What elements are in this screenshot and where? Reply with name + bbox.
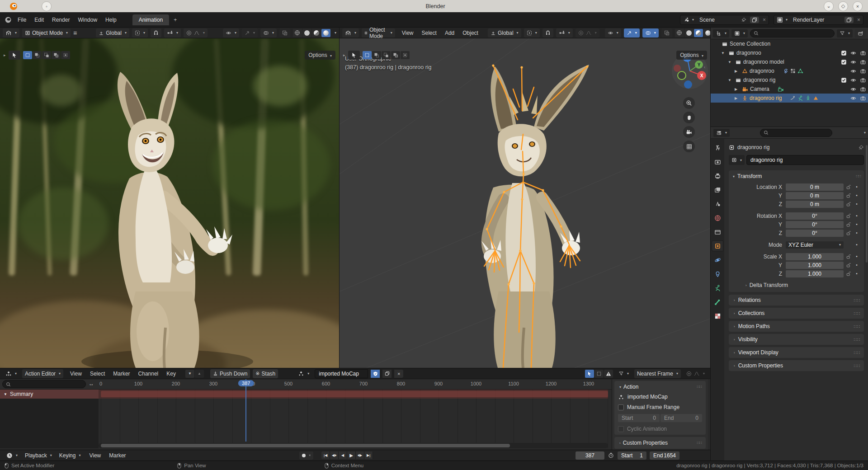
renderlayer-name[interactable]: RenderLayer [790, 15, 844, 24]
delta-transform-panel[interactable]: Delta Transform [750, 282, 788, 288]
snap-settings-dropdown[interactable]: ▾ [164, 28, 181, 38]
outliner-display-mode-button[interactable]: ▾ [731, 29, 748, 38]
outliner-search-input[interactable] [750, 29, 835, 38]
snap-toggle[interactable] [542, 28, 553, 38]
animate-dot[interactable]: • [854, 254, 860, 259]
exclude-checkbox[interactable] [840, 59, 848, 65]
current-frame-badge[interactable]: 387 [238, 380, 254, 386]
blender-menu-icon[interactable] [5, 16, 12, 24]
action-copy-button[interactable] [382, 370, 392, 378]
properties-tab-view-layer[interactable] [712, 184, 723, 195]
lock-icon[interactable] [844, 230, 854, 236]
select-mode-intersect[interactable] [401, 51, 410, 59]
channel-search-input[interactable] [2, 380, 86, 388]
gizmos-dropdown[interactable]: ▾ [624, 28, 640, 38]
push-down-button[interactable]: Push Down [210, 369, 250, 378]
solid-canvas[interactable]: User Orthographic (387) dragonroo rig | … [340, 38, 710, 368]
auto-keying-toggle[interactable]: ▾ [299, 451, 313, 460]
shading-material-button[interactable] [694, 29, 703, 37]
playhead-line[interactable] [245, 379, 246, 442]
shading-dropdown[interactable]: ▾ [335, 31, 336, 35]
lock-icon[interactable] [844, 263, 854, 268]
object-name-field[interactable]: dragonroo rig [746, 155, 864, 165]
outliner-editor-type-button[interactable]: ▾ [713, 29, 729, 38]
select-mode-set[interactable] [23, 51, 32, 59]
editor-type-button[interactable]: ▾ [342, 28, 359, 38]
jump-to-start-button[interactable]: |◀ [321, 451, 330, 459]
ortho-grid-button[interactable] [683, 141, 695, 152]
dope-editor-type-button[interactable]: ▾ [3, 369, 19, 378]
value-field[interactable]: 1.000 [786, 262, 844, 269]
menu-view[interactable]: View [398, 28, 418, 38]
camera-view-button[interactable] [683, 126, 695, 138]
shading-wireframe-button[interactable] [293, 29, 302, 37]
stash-button[interactable]: ※Stash [253, 369, 278, 378]
value-field[interactable]: 0° [786, 212, 844, 220]
shading-wireframe-button[interactable] [675, 29, 684, 37]
shading-rendered-button[interactable] [321, 29, 330, 37]
action-panel-collapse[interactable]: ▾ [619, 385, 621, 389]
dope-mode-dropdown[interactable]: Action Editor▾ [22, 369, 63, 378]
outliner-row-dragonroo-rig[interactable]: ▼dragonroo rig [711, 75, 868, 85]
window-maximize-button[interactable]: ◇ [838, 1, 848, 11]
select-mode-set[interactable] [363, 51, 372, 59]
outliner-row-scene-collection[interactable]: Scene Collection [711, 39, 868, 48]
exclude-checkbox[interactable] [840, 50, 848, 56]
properties-tab-bone[interactable] [712, 296, 723, 307]
add-workspace-button[interactable]: + [169, 17, 181, 23]
hide-eye-toggle[interactable] [849, 86, 857, 92]
xray-toggle[interactable] [279, 28, 290, 38]
viewport-right-options-dropdown[interactable]: Options ▾ [676, 51, 707, 60]
object-id-icon-button[interactable]: ▾ [729, 155, 745, 165]
jump-to-end-button[interactable]: ▶| [364, 451, 373, 459]
timeline-editor-type-button[interactable]: ▾ [4, 451, 20, 460]
object-visibility-dropdown[interactable]: ▾ [605, 28, 621, 38]
outliner-row-dragonroo-rig[interactable]: ▶dragonroo rig [711, 94, 868, 103]
breadcrumb-object[interactable]: dragonroo rig [737, 144, 769, 150]
hide-eye-toggle[interactable] [849, 59, 857, 65]
window-close-button[interactable]: × [853, 1, 863, 11]
proportional-editing-toggle[interactable]: ▾ [576, 28, 599, 38]
hide-eye-toggle[interactable] [849, 68, 857, 74]
proportional-editing-toggle[interactable]: ▾ [184, 28, 208, 38]
renderlayer-browse-button[interactable]: ▾ [774, 15, 790, 24]
hide-hidden-toggle[interactable] [594, 370, 604, 378]
lock-icon[interactable] [844, 193, 854, 198]
select-mode-extend[interactable] [33, 51, 42, 59]
outliner-row-dragonroo-model[interactable]: ▼dragonroo model [711, 57, 868, 66]
blender-logo-icon[interactable] [9, 2, 18, 11]
menu-marker[interactable]: Marker [109, 369, 134, 378]
new-collection-button[interactable] [855, 29, 866, 38]
frame-start-field[interactable]: Start1 [618, 451, 646, 460]
properties-scrollbar[interactable] [866, 145, 868, 263]
transform-collapse-arrow[interactable]: ▾ [733, 174, 735, 179]
value-field[interactable]: 0 m [786, 192, 844, 199]
only-selected-toggle[interactable] [585, 370, 594, 378]
summary-expand-arrow[interactable]: ▼ [4, 392, 7, 396]
properties-tab-render[interactable] [712, 156, 723, 167]
custom-properties-panel[interactable]: › Custom Properties ∷∷ [614, 437, 706, 449]
rendered-canvas[interactable] [0, 38, 339, 368]
properties-tab-object[interactable] [712, 240, 723, 251]
action-start-field[interactable]: Start0 [618, 414, 660, 422]
scene-name[interactable]: Scene [697, 15, 738, 24]
only-errors-toggle[interactable] [604, 370, 613, 378]
panel-collections[interactable]: ›Collections∷∷ [729, 308, 864, 319]
channel-move-down-button[interactable]: ▼ [185, 370, 194, 378]
timeline-ruler[interactable]: ↔ 01002003004005006007008009001000110012… [0, 379, 612, 390]
panel-motion-paths[interactable]: ›Motion Paths∷∷ [729, 321, 864, 332]
properties-tab-constraints[interactable] [712, 268, 723, 279]
gizmos-dropdown[interactable]: ▾ [242, 28, 258, 38]
manual-frame-range-checkbox[interactable] [618, 404, 624, 410]
lock-icon[interactable] [844, 184, 854, 190]
transform-panel-title[interactable]: Transform [737, 173, 762, 179]
collapsed-menus-button[interactable]: ≡ [73, 29, 77, 37]
animate-dot[interactable]: • [854, 230, 860, 235]
object-visibility-dropdown[interactable]: ▾ [223, 28, 239, 38]
properties-tab-armature-data[interactable] [712, 282, 723, 293]
zoom-button[interactable] [683, 97, 695, 109]
value-field[interactable]: 1.000 [786, 253, 844, 260]
mode-dropdown[interactable]: Object Mode▾ [22, 28, 71, 38]
animate-dot[interactable]: • [854, 202, 860, 207]
panel-visibility[interactable]: ›Visibility∷∷ [729, 334, 864, 345]
